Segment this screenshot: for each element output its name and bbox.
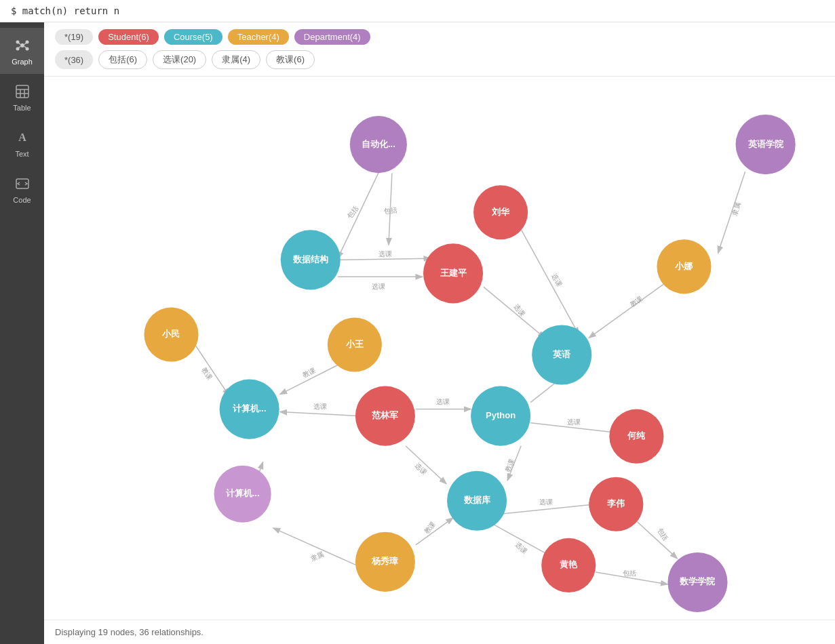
node-yingyuyuan[interactable]	[736, 115, 796, 174]
edge-filter-row: *(36) 包括(6) 选课(20) 隶属(4) 教课(6)	[55, 50, 824, 69]
svg-rect-9	[16, 85, 28, 98]
edge-line	[280, 412, 361, 416]
graph-svg: 包括 包括 选课 选课 选课 选课 教课 教课	[44, 77, 835, 620]
node-zidonghua[interactable]	[350, 116, 407, 173]
sidebar-item-label-table: Table	[13, 104, 31, 112]
edge-line	[406, 446, 446, 484]
svg-line-6	[24, 43, 26, 45]
node-shujujiegou[interactable]	[281, 230, 341, 289]
filter-baokuo[interactable]: 包括(6)	[98, 50, 147, 69]
svg-point-0	[20, 43, 24, 47]
node-yangxiuzhang[interactable]	[355, 532, 415, 592]
node-jisuanji2[interactable]	[214, 466, 271, 523]
node-xiaowang[interactable]	[328, 317, 382, 371]
filter-department[interactable]: Department(4)	[294, 29, 370, 45]
sidebar-item-graph[interactable]: Graph	[0, 28, 44, 74]
content-area: *(19) Student(6) Course(5) Teacher(4) De…	[44, 22, 835, 644]
edge-label: 包括	[656, 527, 669, 542]
sidebar-item-code[interactable]: Code	[0, 166, 44, 212]
sidebar-item-label-text: Text	[15, 150, 28, 158]
edge-label: 包括	[383, 206, 397, 215]
filter-bar: *(19) Student(6) Course(5) Teacher(4) De…	[44, 22, 835, 77]
status-text: Displaying 19 nodes, 36 relationships.	[55, 627, 203, 637]
edge-line	[521, 229, 579, 334]
edge-line	[341, 258, 431, 260]
svg-text:A: A	[18, 132, 26, 143]
filter-lishu[interactable]: 隶属(4)	[212, 50, 260, 69]
status-bar: Displaying 19 nodes, 36 relationships.	[44, 620, 835, 644]
edge-label: 选课	[372, 283, 385, 290]
node-jisuanji1[interactable]	[220, 380, 279, 439]
edge-label: 选课	[539, 498, 553, 506]
node-hechun[interactable]	[609, 409, 663, 464]
graph-icon	[13, 36, 32, 55]
sidebar-item-text[interactable]: A Text	[0, 120, 44, 166]
table-icon	[13, 82, 32, 101]
node-huangyan[interactable]	[541, 538, 596, 592]
node-liwei[interactable]	[589, 477, 643, 531]
edge-label: 选课	[567, 418, 581, 426]
filter-teacher[interactable]: Teacher(4)	[228, 29, 289, 45]
filter-xuanke[interactable]: 选课(20)	[153, 50, 206, 69]
edge-label: 选课	[313, 403, 327, 410]
edge-label: 教课	[629, 294, 644, 308]
edge-label: 隶属	[309, 550, 325, 563]
node-xiaoming[interactable]	[144, 307, 198, 361]
edge-line	[636, 521, 677, 559]
sidebar-item-label-code: Code	[13, 196, 31, 204]
edge-label: 教课	[200, 366, 214, 382]
edge-line	[416, 518, 453, 545]
graph-area[interactable]: 包括 包括 选课 选课 选课 选课 教课 教课	[44, 77, 835, 620]
node-shuxueyuan[interactable]	[667, 552, 727, 612]
code-icon	[13, 174, 32, 193]
edge-line	[484, 287, 545, 338]
filter-course[interactable]: Course(5)	[164, 29, 222, 45]
query-text: $ match(n) return n	[11, 5, 119, 16]
filter-all-nodes[interactable]: *(19)	[55, 29, 93, 45]
node-yingyu[interactable]	[532, 325, 591, 384]
svg-line-7	[18, 47, 20, 48]
query-bar: $ match(n) return n	[0, 0, 835, 22]
sidebar-item-table[interactable]: Table	[0, 74, 44, 120]
node-fanlingjun[interactable]	[355, 386, 415, 446]
sidebar: Graph Table A Text	[0, 22, 44, 644]
edge-label: 包括	[623, 569, 636, 577]
node-filter-row: *(19) Student(6) Course(5) Teacher(4) De…	[55, 29, 824, 45]
text-icon: A	[13, 128, 32, 147]
node-shujuku[interactable]	[447, 471, 507, 531]
svg-line-5	[18, 43, 20, 45]
edge-label: 教课	[423, 520, 437, 535]
filter-all-edges[interactable]: *(36)	[55, 50, 93, 69]
edge-label: 选课	[512, 303, 526, 318]
edge-line	[338, 173, 378, 258]
node-xiaona[interactable]	[657, 239, 711, 294]
node-liuhua[interactable]	[473, 185, 528, 239]
edge-label: 选课	[414, 461, 429, 476]
node-python[interactable]	[471, 386, 530, 446]
edge-label: 隶属	[731, 201, 742, 216]
svg-line-8	[24, 47, 26, 48]
filter-student[interactable]: Student(6)	[98, 29, 159, 45]
edge-label: 选课	[436, 398, 450, 405]
main-layout: Graph Table A Text	[0, 22, 835, 644]
filter-jiaoke[interactable]: 教课(6)	[266, 50, 315, 69]
edge-label: 选课	[378, 250, 392, 258]
sidebar-item-label-graph: Graph	[12, 58, 33, 66]
node-wangjianping[interactable]	[423, 243, 483, 303]
